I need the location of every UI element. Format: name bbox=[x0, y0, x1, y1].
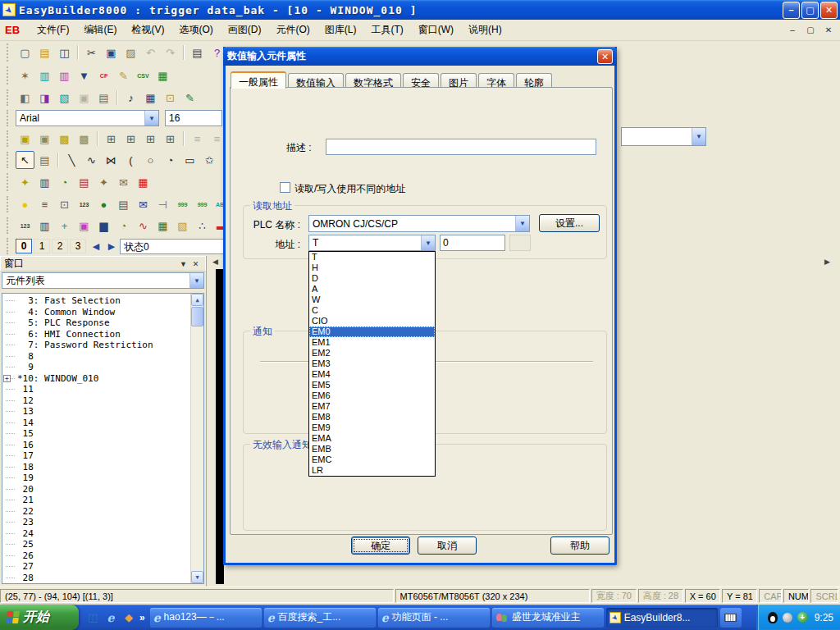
next-state-button[interactable]: ▶ bbox=[104, 239, 119, 253]
tree-item-window-10[interactable]: +*10: WINDOW_010 bbox=[2, 373, 189, 385]
function-key-icon[interactable]: ✦ bbox=[16, 173, 34, 191]
direct-window-icon[interactable]: ● bbox=[94, 195, 113, 213]
address-type-option[interactable]: D bbox=[309, 273, 435, 284]
history-table-icon[interactable]: ▦ bbox=[153, 217, 172, 235]
different-address-checkbox[interactable] bbox=[280, 182, 290, 193]
address-type-option[interactable]: EM2 bbox=[309, 348, 435, 358]
tree-item[interactable]: 6: HMI Connection bbox=[2, 329, 189, 340]
address-type-option[interactable]: T bbox=[309, 252, 435, 262]
address-type-option[interactable]: EMC bbox=[309, 454, 435, 465]
tree-item[interactable]: 14 bbox=[2, 418, 189, 429]
tree-item[interactable]: 18 bbox=[2, 462, 189, 473]
tree-item[interactable]: 19 bbox=[2, 472, 189, 484]
chevron-down-icon[interactable]: ▼ bbox=[421, 235, 435, 250]
address-type-option[interactable]: C bbox=[309, 305, 435, 316]
align-top-icon[interactable]: ⊞ bbox=[102, 130, 121, 148]
plc-name-combo[interactable]: OMRON CJ/CS/CP ▼ bbox=[308, 215, 530, 232]
align-right-icon[interactable]: ⊞ bbox=[161, 130, 180, 148]
address-type-combo[interactable]: T ▼ bbox=[308, 235, 436, 251]
state-0-button[interactable]: 0 bbox=[16, 239, 32, 253]
address-type-option[interactable]: EM4 bbox=[309, 369, 435, 380]
address-type-option[interactable]: CIO bbox=[309, 316, 435, 326]
ascii-display-icon[interactable]: ▥ bbox=[35, 217, 54, 235]
macro-edit-icon[interactable]: ✎ bbox=[180, 89, 199, 107]
qq-tray-icon[interactable] bbox=[768, 612, 778, 623]
csv-icon[interactable]: CSV bbox=[134, 66, 153, 84]
tree-item[interactable]: 21 bbox=[2, 495, 189, 506]
traffic-light-icon[interactable]: ≡ bbox=[35, 195, 54, 213]
mail-edit-icon[interactable]: ✉ bbox=[134, 195, 153, 213]
chevron-down-icon[interactable]: ▼ bbox=[692, 128, 705, 145]
dialog-tab[interactable]: 一般属性 bbox=[231, 71, 286, 89]
messenger-icon[interactable]: ◫ bbox=[85, 610, 100, 625]
menu-item[interactable]: 选项(O) bbox=[171, 21, 220, 39]
help-button[interactable]: 帮助 bbox=[550, 536, 609, 555]
bring-front-icon[interactable]: ▩ bbox=[55, 130, 74, 148]
chevron-down-icon[interactable]: ▼ bbox=[515, 216, 529, 231]
move-icon[interactable]: + bbox=[55, 217, 74, 235]
offline-simulation-icon[interactable]: ▥ bbox=[55, 66, 74, 84]
new-icon[interactable]: ▢ bbox=[16, 43, 34, 62]
address-type-option[interactable]: LR bbox=[309, 465, 435, 476]
scroll-up-icon[interactable]: ▲ bbox=[191, 294, 203, 306]
cf-card-icon[interactable]: CF bbox=[94, 66, 113, 84]
address-type-option[interactable]: A bbox=[309, 284, 435, 294]
slider-icon[interactable]: ⊣ bbox=[153, 195, 172, 213]
ie-icon[interactable]: e bbox=[103, 610, 118, 625]
open-icon[interactable]: ▤ bbox=[35, 43, 54, 62]
bit-lamp-icon[interactable]: ● bbox=[16, 195, 34, 213]
flow-block-icon[interactable]: ▣ bbox=[75, 217, 94, 235]
scatter-icon[interactable]: ∴ bbox=[193, 217, 212, 235]
picture-icon[interactable]: ▧ bbox=[55, 89, 74, 107]
taskbar-button[interactable]: e百度搜索_工... bbox=[264, 608, 376, 628]
tree-item[interactable]: 16 bbox=[2, 440, 189, 451]
tree-item[interactable]: 13 bbox=[2, 406, 189, 418]
clipboard-clock-icon[interactable]: ▤ bbox=[75, 173, 94, 191]
address-type-option[interactable]: EMA bbox=[309, 433, 435, 444]
download-icon[interactable]: ▼ bbox=[75, 66, 94, 84]
redo-icon[interactable]: ↷ bbox=[161, 43, 180, 62]
settings-button[interactable]: 设置... bbox=[539, 214, 600, 232]
tree-item[interactable]: 20 bbox=[2, 484, 189, 495]
bar-graph-icon[interactable]: ▆ bbox=[94, 217, 113, 235]
tree-item[interactable]: 12 bbox=[2, 395, 189, 407]
menu-item[interactable]: 画图(D) bbox=[221, 21, 269, 39]
calendar-icon[interactable]: ▦ bbox=[134, 173, 153, 191]
tree-item[interactable]: 25 bbox=[2, 539, 189, 550]
print-icon[interactable]: ▤ bbox=[188, 43, 207, 62]
chevron-down-icon[interactable]: ▼ bbox=[189, 273, 203, 288]
save-icon[interactable]: ◫ bbox=[55, 43, 74, 62]
polyline-icon[interactable]: ⋈ bbox=[102, 151, 121, 169]
state-2-button[interactable]: 2 bbox=[52, 239, 68, 253]
group-icon[interactable]: ▣ bbox=[16, 130, 34, 148]
compile-icon[interactable]: ✎ bbox=[114, 66, 133, 84]
menu-item[interactable]: 说明(H) bbox=[461, 21, 509, 39]
menu-item[interactable]: 检视(V) bbox=[124, 21, 171, 39]
object-properties-icon[interactable]: ▤ bbox=[35, 151, 54, 169]
address-type-option[interactable]: EM7 bbox=[309, 401, 435, 412]
scroll-left-icon[interactable]: ◀ bbox=[210, 256, 221, 268]
align-middle-icon[interactable]: ⊞ bbox=[121, 130, 140, 148]
address-type-option[interactable]: EM5 bbox=[309, 380, 435, 390]
minimize-button[interactable]: – bbox=[783, 2, 800, 19]
menu-item[interactable]: 工具(T) bbox=[363, 21, 410, 39]
ungroup-icon[interactable]: ▣ bbox=[35, 130, 54, 148]
select-arrow-icon[interactable]: ↖ bbox=[16, 151, 34, 169]
taskbar-button[interactable]: ➤EasyBuilder8... bbox=[606, 608, 718, 628]
address-type-option[interactable]: W bbox=[309, 294, 435, 305]
state-1-button[interactable]: 1 bbox=[34, 239, 50, 253]
pie-icon[interactable]: ◔ bbox=[161, 151, 180, 169]
menu-item[interactable]: 图库(L) bbox=[317, 21, 364, 39]
picture-view-icon[interactable]: ▧ bbox=[173, 217, 192, 235]
font-name-combo[interactable]: Arial ▼ bbox=[16, 110, 159, 126]
address-type-option[interactable]: H bbox=[309, 262, 435, 273]
dialog-close-button[interactable]: ✕ bbox=[597, 49, 613, 64]
copy-icon[interactable]: ▣ bbox=[102, 43, 121, 62]
description-input[interactable] bbox=[326, 139, 596, 155]
font-size-combo[interactable]: 16 bbox=[165, 110, 222, 126]
display-999-2-icon[interactable]: 999 bbox=[193, 195, 212, 213]
circle-icon[interactable]: ○ bbox=[141, 151, 160, 169]
display-999-icon[interactable]: 999 bbox=[173, 195, 192, 213]
address-type-option[interactable]: EM8 bbox=[309, 412, 435, 422]
ime-keyboard-button[interactable] bbox=[720, 608, 742, 628]
